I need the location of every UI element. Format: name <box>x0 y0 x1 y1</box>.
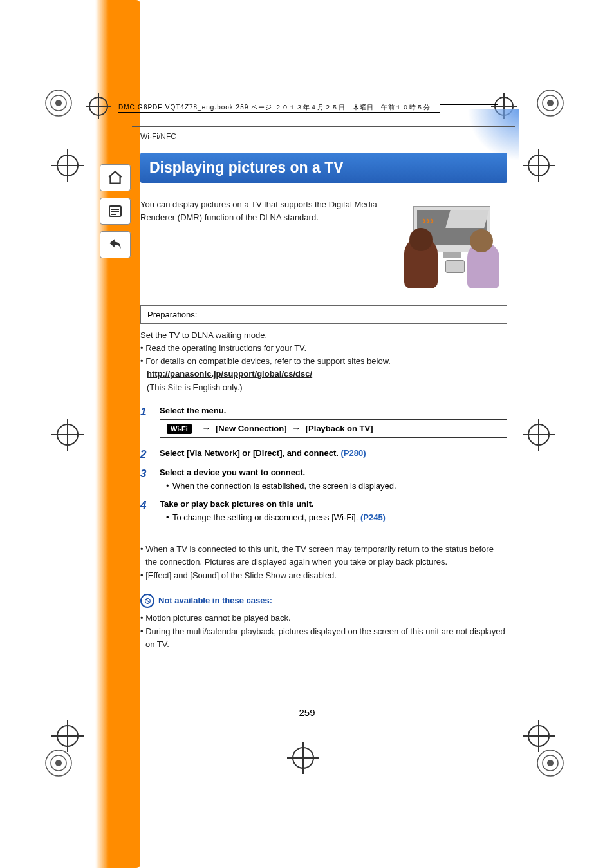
preparations-body: Set the TV to DLNA waiting mode. • Read … <box>140 329 507 394</box>
page-title: Displaying pictures on a TV <box>140 153 507 183</box>
prep-line: Set the TV to DLNA waiting mode. <box>140 329 507 342</box>
step-title: Select [Via Network] or [Direct], and co… <box>160 448 507 458</box>
page-content: Wi-Fi/NFC Displaying pictures on a TV Yo… <box>140 132 507 662</box>
svg-point-6 <box>55 100 62 106</box>
svg-point-21 <box>547 100 554 106</box>
arrow-icon: → <box>201 423 210 433</box>
crosshair-icon <box>82 90 108 116</box>
step-number: 2 <box>140 448 151 461</box>
wifi-badge: Wi-Fi <box>167 424 192 434</box>
crosshair-icon <box>523 419 555 451</box>
step-title: Take or play back pictures on this unit. <box>160 499 507 509</box>
footnote-line: • [Effect] and [Sound] of the Slide Show… <box>140 569 507 582</box>
print-header: DMC-G6PDF-VQT4Z78_eng.book 259 ページ ２０１３年… <box>118 103 505 116</box>
crosshair-icon <box>523 149 555 182</box>
prep-line: • For details on compatible devices, ref… <box>140 355 507 368</box>
nac-line: • Motion pictures cannot be played back. <box>140 612 507 625</box>
print-header-rule <box>118 112 440 113</box>
step-title-text: Select [Via Network] or [Direct], and co… <box>160 448 341 458</box>
nac-line: • During the multi/calendar playback, pi… <box>140 625 507 650</box>
svg-point-33 <box>547 760 554 766</box>
print-header-connector <box>440 104 498 105</box>
menu-path-box: Wi-Fi → [New Connection] → [Playback on … <box>160 419 507 439</box>
prohibit-icon: ⦸ <box>140 594 154 608</box>
arrow-icon: → <box>292 423 301 433</box>
signal-icon: ››› <box>422 214 434 227</box>
prep-line: • Read the operating instructions for yo… <box>140 342 507 355</box>
prep-line: (This Site is English only.) <box>140 381 507 394</box>
footnotes: • When a TV is connected to this unit, t… <box>140 543 507 582</box>
support-link[interactable]: http://panasonic.jp/support/global/cs/ds… <box>147 369 312 379</box>
registration-mark-icon <box>42 747 75 779</box>
intro-text: You can display pictures on a TV that su… <box>140 198 382 288</box>
step-title: Select the menu. <box>160 406 507 415</box>
not-available-body: • Motion pictures cannot be played back.… <box>140 612 507 651</box>
tv-illustration: ››› <box>390 198 507 288</box>
step-number: 4 <box>140 499 151 524</box>
back-icon[interactable] <box>100 231 131 258</box>
sidebar-band <box>95 0 140 868</box>
crosshair-icon <box>287 742 319 774</box>
not-available-title: Not available in these cases: <box>158 596 272 605</box>
step-number: 1 <box>140 406 151 442</box>
registration-mark-icon <box>534 747 566 779</box>
step-sub: •When the connection is established, the… <box>160 480 507 493</box>
step-3: 3 Select a device you want to connect. •… <box>140 467 507 493</box>
page-ref-link[interactable]: (P280) <box>341 448 366 458</box>
content-top-rule <box>132 126 515 127</box>
step-1: 1 Select the menu. Wi-Fi → [New Connecti… <box>140 406 507 442</box>
menu-path-item: [Playback on TV] <box>306 424 373 433</box>
sidebar-nav <box>100 164 131 258</box>
registration-mark-icon <box>42 87 75 119</box>
toc-icon[interactable] <box>100 198 131 225</box>
steps-list: 1 Select the menu. Wi-Fi → [New Connecti… <box>140 406 507 524</box>
step-title: Select a device you want to connect. <box>160 467 507 477</box>
registration-mark-icon <box>534 87 566 119</box>
menu-path-item: [New Connection] <box>216 424 287 433</box>
step-2: 2 Select [Via Network] or [Direct], and … <box>140 448 507 461</box>
preparations-label: Preparations: <box>140 305 507 324</box>
crosshair-icon <box>51 149 84 182</box>
step-sub: •To change the setting or disconnect, pr… <box>160 511 507 524</box>
not-available-header: ⦸ Not available in these cases: <box>140 594 507 608</box>
step-4: 4 Take or play back pictures on this uni… <box>140 499 507 524</box>
home-icon[interactable] <box>100 164 131 191</box>
footnote-line: • When a TV is connected to this unit, t… <box>140 543 507 568</box>
step-number: 3 <box>140 467 151 493</box>
svg-point-18 <box>55 760 62 766</box>
page-ref-link[interactable]: (P245) <box>360 513 386 522</box>
crosshair-icon <box>51 419 84 451</box>
breadcrumb: Wi-Fi/NFC <box>140 132 507 141</box>
page-number: 259 <box>0 707 614 718</box>
